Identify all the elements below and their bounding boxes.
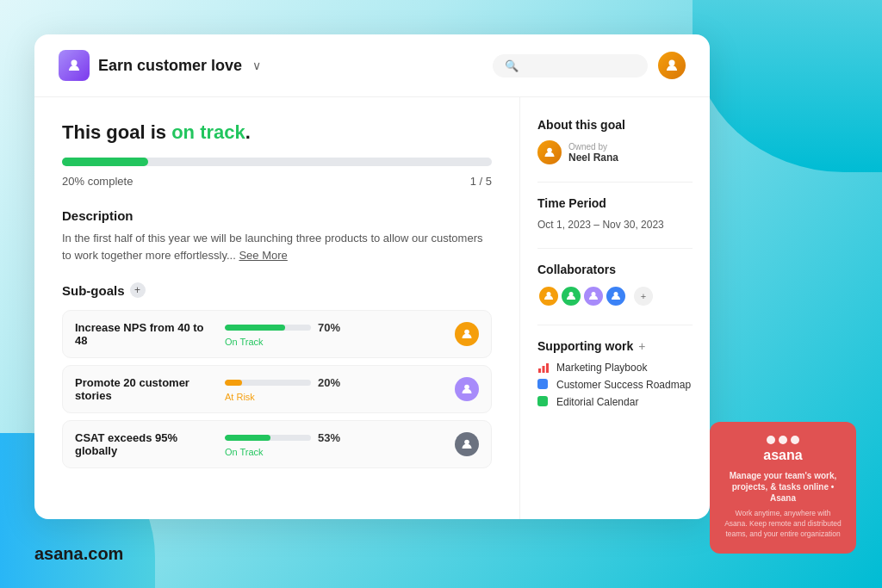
subgoal-bar-0 — [225, 325, 311, 331]
svg-point-1 — [669, 60, 675, 66]
time-period-title: Time Period — [537, 196, 693, 210]
svg-rect-12 — [546, 363, 549, 373]
subgoal-name-2: CSAT exceeds 95% globally — [75, 431, 213, 457]
subgoal-bar-fill-2 — [225, 435, 270, 441]
user-avatar[interactable] — [658, 52, 686, 79]
subgoal-avatar-1 — [455, 377, 479, 401]
promo-tagline: Manage your team's work, projects, & tas… — [724, 470, 842, 504]
work-name-0[interactable]: Marketing Playbook — [556, 362, 647, 374]
add-work-button[interactable]: + — [638, 339, 645, 353]
subgoal-percent-2: 53% — [318, 431, 340, 444]
svg-rect-10 — [538, 368, 541, 373]
subgoal-progress-1: 20% At Risk — [225, 376, 443, 402]
subgoal-item: Increase NPS from 40 to 48 70% On Track — [62, 310, 492, 358]
progress-info: 20% complete 1 / 5 — [62, 175, 492, 188]
subgoal-bar-fill-0 — [225, 325, 285, 331]
subgoal-avatar-2 — [455, 432, 479, 456]
supporting-work-header: Supporting work + — [537, 339, 693, 353]
subgoal-bar-1 — [225, 380, 311, 386]
subgoal-status-1: At Risk — [225, 392, 443, 402]
work-icon-2 — [537, 396, 550, 408]
subgoal-bar-row-2: 53% — [225, 431, 443, 444]
work-icon-1 — [537, 379, 550, 391]
about-section: About this goal Owned by Neel Rana — [537, 118, 693, 164]
add-collaborator-button[interactable]: + — [634, 287, 653, 306]
supporting-work-title: Supporting work — [537, 339, 633, 353]
sidebar: About this goal Owned by Neel Rana — [520, 97, 710, 519]
goal-title: Earn customer love — [98, 57, 242, 75]
subgoal-bar-fill-1 — [225, 380, 242, 386]
svg-point-0 — [71, 60, 78, 66]
svg-point-3 — [464, 385, 469, 390]
search-icon: 🔍 — [505, 59, 519, 72]
subgoal-percent-1: 20% — [318, 376, 340, 389]
subgoal-item: CSAT exceeds 95% globally 53% On Track — [62, 420, 492, 468]
sidebar-divider-2 — [537, 248, 693, 249]
subgoal-percent-0: 70% — [318, 321, 340, 334]
header: Earn customer love ∨ 🔍 — [34, 34, 710, 97]
work-item-2: Editorial Calendar — [537, 396, 693, 408]
svg-rect-11 — [543, 366, 545, 373]
chevron-down-icon[interactable]: ∨ — [252, 59, 261, 72]
subgoal-progress-2: 53% On Track — [225, 431, 443, 457]
on-track-badge: on track — [171, 121, 245, 143]
sidebar-divider-3 — [537, 325, 693, 325]
collaborators-row: + — [537, 285, 693, 307]
bg-blob-top-right — [693, 0, 882, 172]
collaborator-avatar-2 — [582, 285, 605, 307]
search-bar[interactable]: 🔍 — [493, 54, 648, 77]
website-label: asana.com — [34, 544, 123, 564]
subgoal-bar-row-1: 20% — [225, 376, 443, 389]
progress-label: 20% complete — [62, 175, 133, 188]
owner-info: Owned by Neel Rana — [568, 142, 618, 164]
subgoal-name-1: Promote 20 customer stories — [75, 376, 213, 402]
header-left: Earn customer love ∨ — [59, 50, 261, 81]
collaborators-section: Collaborators + — [537, 263, 693, 307]
time-period-value: Oct 1, 2023 – Nov 30, 2023 — [537, 219, 693, 231]
asana-dot-3 — [791, 436, 799, 444]
subgoal-item: Promote 20 customer stories 20% At Risk — [62, 365, 492, 413]
svg-point-5 — [547, 148, 552, 153]
sidebar-divider-1 — [537, 182, 693, 183]
owner-label: Owned by — [568, 142, 618, 152]
collaborator-avatar-1 — [560, 285, 582, 307]
collaborator-avatar-3 — [605, 285, 627, 307]
subgoals-list: Increase NPS from 40 to 48 70% On Track … — [62, 310, 492, 468]
goal-icon — [59, 50, 90, 81]
header-right: 🔍 — [493, 52, 686, 79]
main-content: This goal is on track. 20% complete 1 / … — [34, 97, 520, 519]
work-name-1[interactable]: Customer Success Roadmap — [556, 379, 691, 391]
description-title: Description — [62, 208, 492, 223]
about-title: About this goal — [537, 118, 693, 132]
progress-bar-container — [62, 158, 492, 166]
subgoal-bar-2 — [225, 435, 311, 441]
content-area: This goal is on track. 20% complete 1 / … — [34, 97, 710, 519]
promo-subtext: Work anytime, anywhere with Asana. Keep … — [724, 509, 842, 540]
asana-dot-1 — [767, 436, 775, 444]
subgoals-title: Sub-goals — [62, 283, 125, 298]
see-more-link[interactable]: See More — [239, 249, 287, 262]
svg-point-4 — [464, 440, 469, 445]
owner-name: Neel Rana — [568, 152, 618, 164]
goal-status: This goal is on track. — [62, 121, 492, 144]
asana-brand: asana — [763, 448, 802, 463]
work-item-0: Marketing Playbook — [537, 362, 693, 374]
asana-dot-2 — [779, 436, 787, 444]
subgoal-bar-row-0: 70% — [225, 321, 443, 334]
main-card: Earn customer love ∨ 🔍 This goal is on t… — [34, 34, 710, 519]
promo-card: asana Manage your team's work, projects,… — [710, 422, 856, 554]
work-name-2[interactable]: Editorial Calendar — [556, 396, 638, 408]
promo-logo: asana — [724, 436, 842, 463]
work-icon-0 — [537, 362, 550, 374]
supporting-work-section: Supporting work + Marketing Playbook Cus… — [537, 339, 693, 408]
description-text: In the first half of this year we will b… — [62, 230, 492, 263]
time-period-section: Time Period Oct 1, 2023 – Nov 30, 2023 — [537, 196, 693, 231]
subgoal-avatar-0 — [455, 322, 479, 346]
subgoal-status-2: On Track — [225, 447, 443, 457]
add-subgoal-button[interactable]: + — [130, 282, 146, 298]
subgoal-status-0: On Track — [225, 337, 443, 347]
subgoal-progress-0: 70% On Track — [225, 321, 443, 347]
search-input[interactable] — [524, 59, 627, 72]
svg-point-2 — [464, 330, 469, 335]
collaborator-avatar-0 — [537, 285, 560, 307]
